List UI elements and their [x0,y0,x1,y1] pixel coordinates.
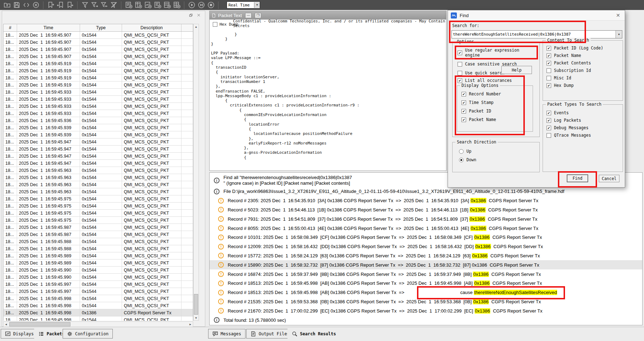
result-row[interactable]: !Record # 7931: 2025 Dec 1 16:54:51.809 … [210,214,642,224]
realtime-mode-select[interactable]: Real Time▼ [227,1,260,9]
toolbar-button-filter-include[interactable] [90,1,99,10]
tab-search-results[interactable]: Search Results [287,329,340,339]
packet-row[interactable]: 18...2025 Dec 1 16:59:45.9330x1544QMI_MC… [4,89,193,96]
toolbar-button-filter-exclude[interactable] [99,1,109,10]
result-row[interactable]: !Record # 10101: 2025 Dec 1 16:58:08.349… [210,233,642,242]
search-input[interactable] [452,32,616,37]
packet-row[interactable]: 18...2025 Dec 1 16:59:45.9070x1544QMI_MC… [4,39,193,46]
result-row[interactable]: !Record # 21535: 2025 Dec 1 16:59:53.368… [210,297,642,306]
help-button[interactable]: Help [501,66,532,74]
horizontal-scrollbar[interactable]: ◄ ► [3,321,193,327]
packet-row[interactable]: 18...2025 Dec 1 16:59:45.9390x1544QMI_MC… [4,124,193,131]
packet-row[interactable]: 18...2025 Dec 1 16:59:45.9190x1544QMI_MC… [4,74,193,82]
toolbar-button-filter[interactable] [80,1,90,10]
tab-displays[interactable]: Displays [1,329,38,339]
toolbar-button-add-list-view[interactable] [124,1,133,10]
packet-row[interactable]: 18...2025 Dec 1 16:59:45.9980x1544QMI_MC… [4,295,193,302]
vscroll-thumb[interactable] [194,294,198,315]
packet-row[interactable]: 18...2025 Dec 1 16:59:45.9970x1544QMI_MC… [4,281,193,288]
list-all-occurances-checkbox[interactable]: ✔List all occurances [458,78,512,83]
toolbar-button-add-text-view[interactable] [153,1,162,10]
packet-row[interactable]: 18...2025 Dec 1 16:59:45.9330x1544QMI_MC… [4,103,193,110]
packet-id-checkbox[interactable]: ✔Packet ID [461,109,501,114]
packet-row[interactable]: 18...2025 Dec 1 16:59:45.9190x1544QMI_MC… [4,67,193,74]
hex-dump-checkbox[interactable]: Hex Dump [213,22,238,27]
column-header-type[interactable]: Type [80,24,122,31]
debug-messages-checkbox[interactable]: ✔Debug Messages [547,125,591,130]
packet-row[interactable]: 18...2025 Dec 1 16:59:45.9630x1544QMI_MC… [4,174,193,181]
scroll-right-icon[interactable]: ► [188,322,193,327]
packet-table[interactable]: 18...2025 Dec 1 16:59:45.9070x1544QMI_MC… [3,32,193,321]
time-stamp-checkbox[interactable]: ✔Time Stamp [461,100,501,105]
toolbar-button-add-image-view[interactable] [143,1,153,10]
result-row[interactable]: !Record # 2305: 2025 Dec 1 16:54:35.910 … [210,196,642,205]
packet-row[interactable]: 18...2025 Dec 1 16:59:45.9190x1544QMI_MC… [4,82,193,89]
toolbar-button-bookmark-next[interactable] [65,1,75,10]
column-header-description[interactable]: Description [122,24,181,31]
packet-row[interactable]: 18...2025 Dec 1 16:59:45.9980x1544QMI_MC… [4,302,193,309]
hscroll-thumb[interactable] [9,322,70,326]
packet-row[interactable]: 18...2025 Dec 1 16:59:45.9330x1544QMI_MC… [4,96,193,103]
misc-id-checkbox[interactable]: Misc Id [547,75,603,80]
use-regular-expression-engine-checkbox[interactable]: ✔Use regular expression engine [458,48,536,58]
hex-dump-checkbox[interactable]: ✔Hex Dump [547,83,603,88]
result-row[interactable]: !Record # 15772: 2025 Dec 1 16:58:24.129… [210,251,642,261]
result-row[interactable]: !Record # 15890: 2025 Dec 1 16:58:32.732… [210,260,642,269]
vertical-scrollbar[interactable]: ▲ ▼ [193,24,199,321]
packet-row[interactable]: 18...2025 Dec 1 16:59:45.9870x1544QMI_MC… [4,231,193,238]
toolbar-button-convert-log[interactable] [31,1,41,10]
packet-name-checkbox[interactable]: ✔Packet Name [547,53,603,58]
toolbar-button-bookmark-previous[interactable] [56,1,65,10]
log-packets-checkbox[interactable]: ✔Log Packets [547,118,591,123]
float-window-button[interactable] [188,12,194,18]
packet-row[interactable]: 18...2025 Dec 1 16:59:45.9470x1544QMI_MC… [4,146,193,153]
up-radio[interactable]: Up [459,149,471,154]
tab-messages[interactable]: Messages [208,329,246,339]
packet-row[interactable]: 18...2025 Dec 1 16:59:45.9980x1544QMI_MC… [4,316,193,321]
packet-row[interactable]: 18...2025 Dec 1 16:59:45.9070x1544QMI_MC… [4,32,193,39]
packet-row[interactable]: 18...2025 Dec 1 16:59:45.9750x1544QMI_MC… [4,210,193,217]
column-header-extra[interactable] [181,24,193,31]
qtrace-messages-checkbox[interactable]: QTrace Messages [547,133,591,138]
minimize-button[interactable]: — [245,13,252,18]
toolbar-button-add-table-view[interactable] [133,1,143,10]
result-row[interactable]: !Record # 5023: 2025 Dec 1 16:54:46.113 … [210,205,642,215]
packet-row[interactable]: 18...2025 Dec 1 16:59:45.9980x1386CGPS R… [4,309,193,316]
cancel-button[interactable]: Cancel [599,175,619,182]
packet-row[interactable]: 18...2025 Dec 1 16:59:45.9070x1544QMI_MC… [4,53,193,60]
toolbar-button-stop[interactable] [206,1,216,10]
toolbar-button-add-grid-view[interactable] [172,1,181,10]
column-header-time[interactable]: Time [17,24,80,31]
result-row[interactable]: !Record # 18513: 2025 Dec 1 16:59:45.998… [210,279,642,288]
packet-contents-checkbox[interactable]: ✔Packet Contents [547,61,603,65]
packet-row[interactable]: 18...2025 Dec 1 16:59:45.9390x1544QMI_MC… [4,131,193,138]
column-header-num[interactable]: # [4,24,17,31]
maximize-button[interactable]: ❒ [255,13,261,18]
toolbar-button-filter-clear[interactable] [109,1,118,10]
packet-row[interactable]: 18...2025 Dec 1 16:59:45.9880x1544QMI_MC… [4,238,193,245]
packet-row[interactable]: 18...2025 Dec 1 16:59:45.9630x1544QMI_MC… [4,188,193,195]
result-row[interactable]: !Record # 21670: 2025 Dec 1 17:00:02.299… [210,306,642,315]
toolbar-button-add-packet-view[interactable] [162,1,172,10]
scroll-up-icon[interactable]: ▲ [194,24,199,29]
find-button[interactable]: Find [567,174,588,182]
record-number-checkbox[interactable]: ✔Record Number [461,91,501,96]
result-row[interactable]: !Record # 16874: 2025 Dec 1 16:59:37.949… [210,269,642,279]
result-row[interactable]: !Record # 8055: 2025 Dec 1 16:55:00.413 … [210,224,642,233]
toolbar-button-play[interactable] [187,1,196,10]
packet-row[interactable]: 18...2025 Dec 1 16:59:45.9880x1544QMI_MC… [4,245,193,252]
toolbar-button-step[interactable] [196,1,206,10]
packet-row[interactable]: 18...2025 Dec 1 16:59:45.9890x1544QMI_MC… [4,252,193,259]
packet-row[interactable]: 18...2025 Dec 1 16:59:45.9070x1544QMI_MC… [4,46,193,53]
packet-row[interactable]: 18...2025 Dec 1 16:59:45.9750x1544QMI_MC… [4,217,193,224]
down-radio[interactable]: Down [459,157,476,162]
packet-row[interactable]: 18...2025 Dec 1 16:59:45.9470x1544QMI_MC… [4,138,193,146]
packet-row[interactable]: 18...2025 Dec 1 16:59:45.9630x1544QMI_MC… [4,181,193,188]
packet-row[interactable]: 18...2025 Dec 1 16:59:45.9470x1544QMI_MC… [4,153,193,160]
toolbar-button-view-source[interactable] [21,1,31,10]
toolbar-button-bookmark-add[interactable] [46,1,56,10]
result-row[interactable]: !Record # 12009: 2025 Dec 1 16:58:16.432… [210,242,642,251]
events-checkbox[interactable]: ✔Events [547,110,591,115]
close-dialog-button[interactable]: ✕ [614,11,622,19]
scroll-down-icon[interactable]: ▼ [194,315,199,320]
